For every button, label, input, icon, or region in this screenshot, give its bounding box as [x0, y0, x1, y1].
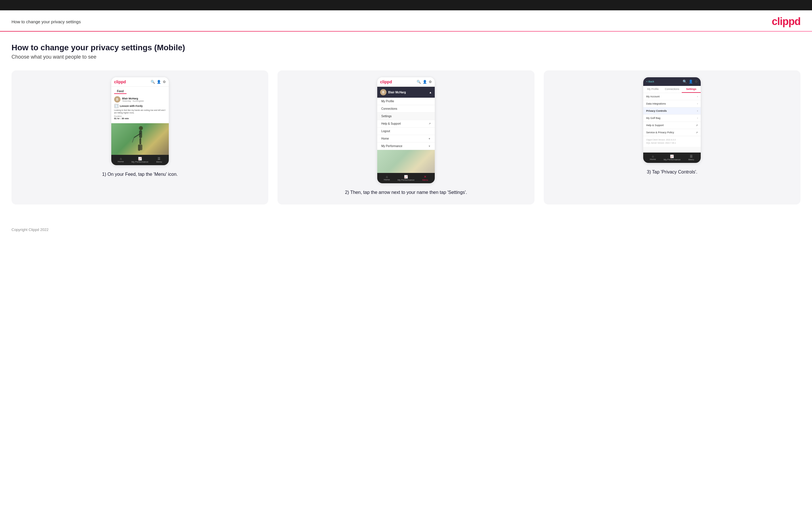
- steps-grid: clippd 🔍 👤 ⚙ Feed B Blair: [11, 70, 801, 205]
- performance-icon: 📈: [130, 157, 150, 161]
- header: How to change your privacy settings clip…: [0, 10, 812, 31]
- search-icon-2: 🔍: [417, 80, 421, 84]
- my-account-chevron: ›: [697, 95, 698, 98]
- settings-label: Settings: [381, 115, 392, 118]
- feed-tab-label: Feed: [114, 88, 126, 94]
- nav-performance-2: 📈 My Performance: [397, 174, 416, 182]
- phone-mockup-3: < Back 🔍 👤 ⚙ My Profile Connections Sett…: [643, 77, 701, 163]
- menu-item-connections[interactable]: Connections: [377, 105, 435, 113]
- feed-description: Looking to feel like my hands are exitin…: [114, 109, 166, 114]
- menu-user-name: Blair McHarg: [388, 91, 406, 94]
- feed-user-name: Blair McHarg: [122, 97, 144, 100]
- settings-tabs: My Profile Connections Settings: [643, 86, 701, 93]
- settings-item-privacy-controls[interactable]: Privacy Controls ›: [643, 107, 701, 115]
- phone-header-1: clippd 🔍 👤 ⚙: [111, 77, 169, 87]
- menu-user-left: B Blair McHarg: [380, 89, 406, 95]
- settings-item-service-privacy[interactable]: Service & Privacy Policy ↗: [643, 129, 701, 136]
- settings-item-my-account[interactable]: My Account ›: [643, 93, 701, 100]
- menu-avatar: B: [380, 89, 387, 95]
- close-icon: ✕: [415, 175, 435, 179]
- settings-icon: ⚙: [163, 80, 166, 84]
- nav-home-3: ⌂ Home: [643, 154, 662, 162]
- phone-icons-2: 🔍 👤 ⚙: [417, 80, 432, 84]
- settings-item-my-golf-bag[interactable]: My Golf Bag ›: [643, 115, 701, 122]
- step-card-1: clippd 🔍 👤 ⚙ Feed B Blair: [11, 70, 268, 205]
- main-content: How to change your privacy settings (Mob…: [0, 32, 812, 222]
- bg-image-area: [377, 150, 435, 173]
- nav-home-2: ⌂ Home: [377, 174, 397, 182]
- footer: Copyright Clippd 2022: [0, 222, 812, 237]
- my-account-label: My Account: [646, 95, 660, 98]
- page-subtitle: Choose what you want people to see: [11, 54, 801, 60]
- nav-menu-label-2: Menu: [422, 179, 428, 181]
- home-icon-2: ⌂: [377, 175, 397, 178]
- phone-logo-2: clippd: [380, 79, 392, 84]
- my-golf-bag-label: My Golf Bag: [646, 117, 660, 119]
- performance-chevron-icon: ▼: [428, 145, 431, 148]
- nav-menu-2[interactable]: ✕ Menu: [415, 174, 435, 182]
- performance-icon-2: 📈: [397, 175, 416, 179]
- step-3-description: 3) Tap 'Privacy Controls'.: [647, 169, 697, 175]
- back-link[interactable]: < Back: [646, 80, 654, 83]
- home-chevron-icon: ▼: [428, 137, 431, 140]
- nav-menu-1[interactable]: ☰ Menu: [150, 156, 169, 164]
- nav-performance-3: 📈 My Performance: [662, 154, 682, 162]
- performance-section-label: My Performance: [381, 145, 402, 148]
- feed-post-user: B Blair McHarg Yesterday · Sunningdale: [114, 96, 166, 103]
- menu-user-chevron-up: ▲: [429, 91, 432, 94]
- nav-performance-label-2: My Performance: [398, 179, 415, 181]
- menu-item-my-profile[interactable]: My Profile: [377, 98, 435, 105]
- home-icon-3: ⌂: [643, 155, 662, 158]
- tab-connections[interactable]: Connections: [662, 86, 682, 93]
- menu-section-home[interactable]: Home ▼: [377, 135, 435, 143]
- logout-label: Logout: [381, 129, 390, 133]
- feed-user-meta: Yesterday · Sunningdale: [122, 100, 144, 102]
- feed-tab-area: Feed: [111, 87, 169, 94]
- nav-home-1: ⌂ Home: [111, 156, 131, 164]
- tab-my-profile[interactable]: My Profile: [643, 86, 662, 93]
- nav-menu-label-3: Menu: [689, 158, 694, 161]
- profile-icon-3: 👤: [689, 79, 693, 83]
- step-card-2: clippd 🔍 👤 ⚙ B Blair McHarg ▲: [277, 70, 534, 205]
- nav-home-label-2: Home: [384, 178, 390, 181]
- feed-lesson-title: 📄 Lesson with Fordy: [114, 104, 166, 108]
- nav-performance-label: My Performance: [132, 161, 148, 163]
- golfer-illustration: [130, 125, 150, 153]
- phone-mockup-1: clippd 🔍 👤 ⚙ Feed B Blair: [111, 77, 169, 165]
- profile-icon-2: 👤: [423, 80, 427, 84]
- nav-performance-1: 📈 My Performance: [130, 156, 150, 164]
- home-section-label: Home: [381, 137, 389, 140]
- menu-item-logout[interactable]: Logout: [377, 127, 435, 135]
- data-integrations-label: Data Integrations: [646, 102, 666, 105]
- service-ext-link-icon: ↗: [696, 131, 698, 134]
- phone-logo-1: clippd: [114, 79, 126, 84]
- menu-item-help[interactable]: Help & Support ↗: [377, 120, 435, 127]
- nav-menu-3[interactable]: ☰ Menu: [682, 154, 701, 162]
- client-version: Clippd Client Version: 2022.8.3-3: [646, 138, 698, 142]
- breadcrumb: How to change your privacy settings: [11, 19, 81, 24]
- tab-settings[interactable]: Settings: [682, 86, 701, 93]
- server-version: GQL Server Version: 2022.7.30-1: [646, 142, 698, 145]
- search-icon: 🔍: [151, 80, 155, 84]
- settings-item-help-support[interactable]: Help & Support ↗: [643, 122, 701, 129]
- feed-post: B Blair McHarg Yesterday · Sunningdale 📄…: [111, 94, 169, 123]
- menu-icon-3: ☰: [682, 155, 701, 158]
- svg-rect-3: [140, 138, 141, 145]
- settings-item-data-integrations[interactable]: Data Integrations ›: [643, 100, 701, 107]
- my-golf-bag-chevron: ›: [697, 117, 698, 119]
- logo: clippd: [772, 15, 801, 27]
- svg-rect-5: [140, 145, 142, 150]
- menu-section-performance[interactable]: My Performance ▼: [377, 143, 435, 150]
- privacy-controls-label: Privacy Controls: [646, 109, 667, 112]
- help-ext-link-icon: ↗: [696, 124, 698, 127]
- duration-value: 01 hr : 30 min: [114, 117, 129, 120]
- external-link-icon: ↗: [429, 122, 431, 125]
- avatar: B: [114, 96, 120, 103]
- phone-header-2: clippd 🔍 👤 ⚙: [377, 77, 435, 87]
- step-2-description: 2) Then, tap the arrow next to your name…: [345, 189, 467, 196]
- menu-item-settings[interactable]: Settings: [377, 113, 435, 120]
- phone-mockup-2: clippd 🔍 👤 ⚙ B Blair McHarg ▲: [377, 77, 435, 183]
- help-support-settings-label: Help & Support: [646, 124, 664, 127]
- step-card-3: < Back 🔍 👤 ⚙ My Profile Connections Sett…: [544, 70, 801, 205]
- my-profile-label: My Profile: [381, 100, 394, 103]
